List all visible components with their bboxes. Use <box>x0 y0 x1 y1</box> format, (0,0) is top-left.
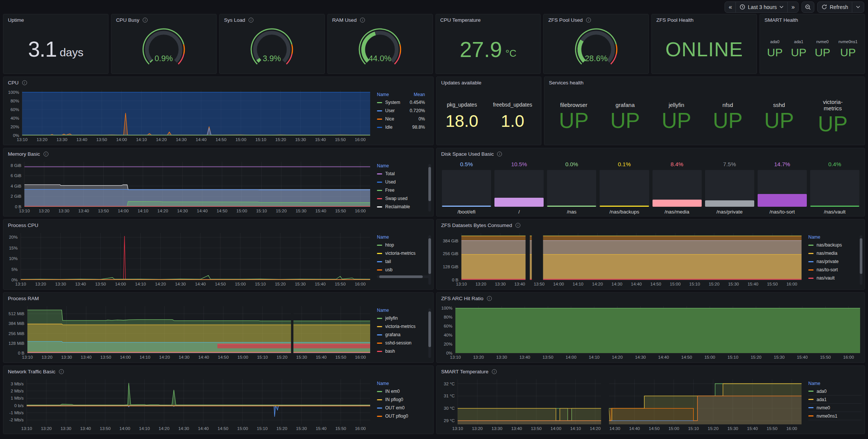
legend-item[interactable]: Swap used <box>377 194 430 203</box>
legend-item[interactable]: tail <box>377 257 430 266</box>
legend-item[interactable]: ada0 <box>808 387 862 395</box>
legend-header: Name <box>377 235 430 240</box>
legend-item[interactable]: IN pflog0 <box>377 395 430 404</box>
legend-vertical-scrollbar[interactable] <box>428 164 431 212</box>
legend-item[interactable]: victoria-metrics <box>377 322 430 331</box>
info-icon[interactable]: i <box>487 296 492 301</box>
disk-bar-gauge[interactable]: 0.1% /nas/backups <box>600 161 649 215</box>
legend-item[interactable]: Idle98.8% <box>377 123 430 131</box>
legend-item[interactable]: Reclaimable <box>377 203 430 211</box>
smart-temp-chart-plot[interactable]: 29 °C30 °C31 °C32 °C13:1013:2013:3013:40… <box>437 376 805 432</box>
legend-name-header[interactable]: Name <box>377 235 389 240</box>
legend-item[interactable]: User0.720% <box>377 107 430 115</box>
legend-item[interactable]: htop <box>377 241 430 249</box>
panel-title[interactable]: SMART Temperature <box>441 369 488 374</box>
refresh-interval-dropdown[interactable] <box>852 2 864 12</box>
disk-bar-gauge[interactable]: 14.7% /nas/to-sort <box>758 161 807 215</box>
info-icon[interactable]: i <box>59 369 64 374</box>
zoom-out-button[interactable] <box>802 2 814 13</box>
legend-item[interactable]: nvme0 <box>808 404 862 412</box>
legend-item[interactable]: usb <box>377 266 430 274</box>
info-icon[interactable]: i <box>22 80 27 85</box>
panel-title[interactable]: Sys Load <box>224 17 245 23</box>
legend-item[interactable]: ada1 <box>808 395 862 404</box>
panel-title[interactable]: ZFS Pool Health <box>656 17 693 23</box>
panel-title[interactable]: Network Traffic Basic <box>8 369 56 374</box>
panel-title[interactable]: SMART Health <box>764 17 798 23</box>
legend-item[interactable]: nvme0ns1 <box>808 412 862 420</box>
legend-vertical-scrollbar[interactable] <box>428 235 431 285</box>
legend-item[interactable]: nas/to-sort <box>808 266 862 274</box>
legend-item[interactable]: nas/media <box>808 249 862 257</box>
info-icon[interactable]: i <box>497 152 502 156</box>
info-icon[interactable]: i <box>360 18 365 23</box>
zfs-datasets-chart-plot[interactable]: 0 B128 GiB256 GiB384 GiB13:1013:2013:301… <box>437 230 805 288</box>
legend-item[interactable]: IN em0 <box>377 387 430 395</box>
legend-item[interactable]: grafana <box>377 331 430 339</box>
panel-title[interactable]: Process RAM <box>8 296 39 301</box>
legend-item[interactable]: victoria-metrics <box>377 249 430 257</box>
disk-bar-gauge[interactable]: 0.5% /boot/efi <box>442 161 491 215</box>
panel-title[interactable]: ZFS ARC Hit Ratio <box>441 296 484 301</box>
legend-name-header[interactable]: Name <box>377 381 389 386</box>
disk-bar-gauge[interactable]: 7.5% /nas/private <box>705 161 754 215</box>
process-cpu-chart-plot[interactable]: 0%5%10%15%20%13:1013:2013:3013:4013:5014… <box>3 230 373 288</box>
panel-title[interactable]: CPU <box>8 80 19 86</box>
series-label: System <box>385 100 410 105</box>
panel-title[interactable]: ZFS Datasets Bytes Consumed <box>441 223 512 228</box>
disk-bar-gauge[interactable]: 0.0% /nas <box>547 161 596 215</box>
legend-item[interactable]: sshd-session <box>377 339 430 347</box>
info-icon[interactable]: i <box>515 223 520 228</box>
legend-item[interactable]: bash <box>377 347 430 355</box>
panel-title[interactable]: ZFS Pool Used <box>548 17 583 23</box>
disk-bar-gauge[interactable]: 8.4% /nas/media <box>653 161 702 215</box>
cpu-chart-plot[interactable]: 0%20%40%60%80%100%13:1013:2013:3013:4013… <box>3 87 373 143</box>
legend-item[interactable]: Nice0% <box>377 115 430 123</box>
panel-title[interactable]: CPU Temperature <box>440 17 481 23</box>
legend-item[interactable]: OUT em0 <box>377 404 430 412</box>
legend-item[interactable]: Free <box>377 186 430 194</box>
legend-name-header[interactable]: Name <box>377 92 389 97</box>
time-range-picker[interactable]: Last 3 hours <box>735 2 787 12</box>
cpu-temp-value: 27.9 <box>460 37 502 62</box>
network-chart-plot[interactable]: 3 Mb/s2 Mb/s1 Mb/s0 b/s-1 Mb/s-2 Mb/s13:… <box>3 376 373 432</box>
info-icon[interactable]: i <box>249 18 253 23</box>
zfs-arc-chart-plot[interactable]: 0%20%40%60%80%100%13:1013:2013:3013:4013… <box>437 303 863 361</box>
legend-item[interactable]: nas/private <box>808 257 862 266</box>
info-icon[interactable]: i <box>44 152 48 156</box>
panel-title[interactable]: Process CPU <box>8 223 38 228</box>
legend-item[interactable]: jellyfin <box>377 314 430 322</box>
disk-bar-gauge[interactable]: 10.5% / <box>494 161 544 215</box>
time-shift-back-button[interactable]: « <box>725 2 735 12</box>
legend-name-header[interactable]: Name <box>377 308 389 313</box>
memory-chart-plot[interactable]: 0 B2 GiB4 GiB6 GiB8 GiB13:1013:2013:3013… <box>3 159 373 215</box>
time-shift-forward-button[interactable]: » <box>787 2 798 12</box>
panel-title[interactable]: CPU Busy <box>116 17 139 23</box>
panel-title[interactable]: Disk Space Used Basic <box>441 151 494 157</box>
legend-mean-header[interactable]: Mean <box>414 92 425 97</box>
disk-bar-gauge[interactable]: 0.4% /nas/vault <box>810 161 859 215</box>
legend-item[interactable]: Total <box>377 170 430 178</box>
legend-item[interactable]: nas/vault <box>808 274 862 282</box>
info-icon[interactable]: i <box>492 369 497 374</box>
legend-item[interactable]: System0.454% <box>377 98 430 107</box>
panel-title[interactable]: Uptime <box>8 17 24 23</box>
panel-title[interactable]: Memory Basic <box>8 151 40 157</box>
info-icon[interactable]: i <box>586 18 591 23</box>
panel-title[interactable]: Services health <box>549 80 583 86</box>
legend-vertical-scrollbar[interactable] <box>428 308 431 358</box>
legend-item[interactable]: OUT pflog0 <box>377 412 430 420</box>
legend-name-header[interactable]: Name <box>808 235 820 240</box>
refresh-button[interactable]: Refresh <box>818 2 852 12</box>
legend-item[interactable]: nas/backups <box>808 241 862 249</box>
legend-name-header[interactable]: Name <box>808 381 820 386</box>
panel-title[interactable]: Updates available <box>441 80 481 86</box>
legend-vertical-scrollbar[interactable] <box>860 235 862 285</box>
legend-name-header[interactable]: Name <box>377 163 389 168</box>
service-label: nfsd <box>722 102 733 108</box>
process-ram-chart-plot[interactable]: 0 B128 MiB256 MiB384 MiB512 MiB13:1013:2… <box>3 303 373 361</box>
panel-title[interactable]: RAM Used <box>332 17 357 23</box>
legend-horizontal-scrollbar[interactable] <box>377 275 430 278</box>
info-icon[interactable]: i <box>143 18 148 23</box>
legend-item[interactable]: Used <box>377 178 430 186</box>
